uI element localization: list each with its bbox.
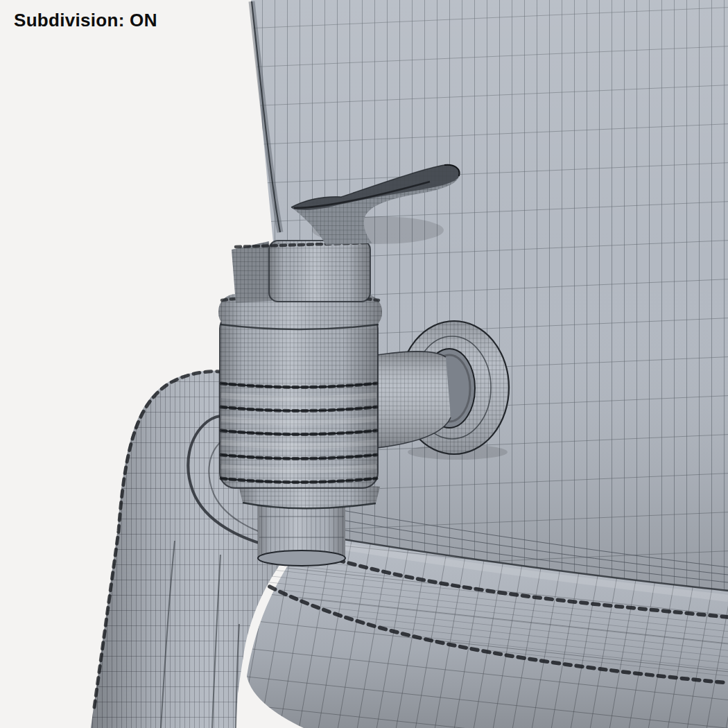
tap-body	[220, 313, 378, 488]
tap-hex-nut	[232, 241, 370, 303]
subdivision-label: Subdivision: ON	[14, 10, 157, 31]
wireframe-scene	[0, 0, 728, 728]
render-viewport: Subdivision: ON	[0, 0, 728, 728]
